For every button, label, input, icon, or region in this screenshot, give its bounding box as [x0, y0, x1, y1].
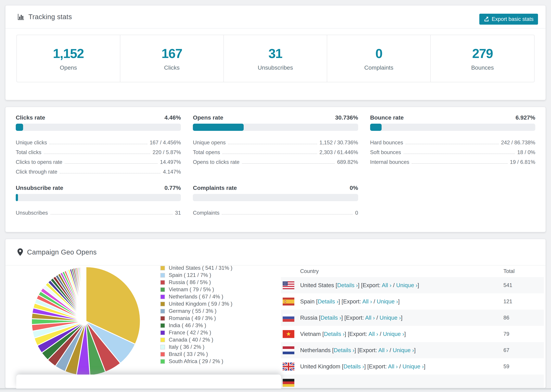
details-link[interactable]: Details › — [320, 315, 341, 321]
details-link[interactable]: Details › — [334, 347, 354, 353]
export-all-link[interactable]: All › — [362, 298, 372, 305]
rate-section-complaints-rate: Complaints rate0%Complaints0 — [193, 185, 358, 216]
details-link[interactable]: Details › — [318, 298, 339, 305]
export-basic-stats-button[interactable]: Export basic stats — [479, 14, 538, 25]
campaign-geo-opens-title: Campaign Geo Opens — [27, 248, 97, 256]
export-all-link[interactable]: All › — [382, 282, 391, 288]
dotted-leader — [228, 144, 317, 144]
legend-item[interactable]: Spain ( 121 / 7% ) — [160, 272, 232, 279]
legend-label: Italy ( 36 / 2% ) — [169, 344, 204, 350]
legend-item[interactable]: Canada ( 40 / 2% ) — [160, 336, 232, 343]
flag-es — [283, 298, 294, 305]
legend-item[interactable]: Germany ( 55 / 3% ) — [160, 308, 232, 315]
rate-percent-value: 0.77% — [164, 185, 181, 191]
export-unique-link[interactable]: Unique › — [393, 347, 414, 353]
rate-detail-label: Click through rate — [16, 169, 57, 175]
geo-opens-pie-chart — [28, 263, 144, 379]
export-unique-link[interactable]: Unique › — [383, 331, 404, 337]
country-cell: United Kingdom [Details ›] [Export: All … — [300, 363, 425, 370]
rate-section-clicks-rate: Clicks rate4.46%Unique clicks167 / 4.456… — [16, 114, 181, 175]
tracking-stats-title: Tracking stats — [28, 13, 72, 21]
details-link[interactable]: Details › — [324, 331, 345, 337]
rate-detail-value: 167 / 4.456% — [150, 140, 181, 146]
details-link[interactable]: Details › — [343, 363, 364, 370]
rate-detail-row: Clicks to opens rate14.497% — [16, 155, 181, 165]
stat-label: Unsubscribes — [258, 64, 293, 71]
rate-detail-label: Unique opens — [193, 140, 226, 146]
rate-percent-value: 30.736% — [335, 114, 358, 121]
rate-detail-row: Complaints0 — [193, 206, 358, 216]
rate-detail-label: Hard bounces — [370, 140, 403, 146]
export-unique-link[interactable]: Unique › — [380, 315, 401, 321]
row-total-value: 86 — [503, 315, 509, 321]
dotted-leader — [406, 144, 499, 144]
legend-item[interactable]: United Kingdom ( 59 / 3% ) — [160, 300, 232, 308]
rate-title: Clicks rate — [16, 114, 45, 121]
export-unique-link[interactable]: Unique › — [403, 363, 424, 370]
pie-slice — [86, 267, 86, 321]
legend-item[interactable]: Netherlands ( 67 / 4% ) — [160, 293, 232, 300]
legend-label: France ( 42 / 2% ) — [169, 329, 211, 336]
table-row: Vietnam [Details ›] [Export: All › / Uni… — [281, 326, 544, 342]
rate-detail-row: Internal bounces19 / 6.81% — [370, 155, 535, 165]
rate-detail-value: 0 — [355, 210, 358, 216]
progress-track — [16, 124, 181, 131]
dotted-leader — [44, 154, 150, 154]
rate-detail-row: Click through rate4.147% — [16, 165, 181, 175]
export-all-link[interactable]: All › — [368, 331, 378, 337]
row-total-value: 541 — [503, 282, 512, 288]
rate-detail-value: 31 — [175, 210, 181, 216]
stats-summary: 1,152Opens167Clicks31Unsubscribes0Compla… — [16, 35, 535, 82]
geo-opens-table: Country Total United States [Details ›] … — [281, 266, 544, 388]
rate-detail-label: Clicks to opens rate — [16, 159, 62, 165]
rate-detail-label: Opens to clicks rate — [193, 159, 239, 165]
table-row: Netherlands [Details ›] [Export: All › /… — [281, 342, 544, 358]
dotted-leader — [403, 154, 515, 154]
stat-value: 167 — [162, 46, 182, 61]
export-unique-link[interactable]: Unique › — [377, 298, 398, 305]
legend-label: United States ( 541 / 31% ) — [169, 265, 232, 271]
geo-table-header: Country Total — [281, 266, 544, 277]
rate-detail-value: 18 / 0% — [517, 149, 535, 155]
rate-section-unsubscribe-rate: Unsubscribe rate0.77%Unsubscribes31 — [16, 185, 181, 216]
page-background-strip — [0, 388, 551, 392]
details-link[interactable]: Details › — [337, 282, 358, 288]
dotted-leader — [50, 214, 173, 215]
legend-swatch — [160, 359, 165, 364]
legend-swatch — [160, 287, 165, 292]
legend-item[interactable]: Romania ( 49 / 3% ) — [160, 315, 232, 322]
legend-item[interactable]: Russia ( 86 / 5% ) — [160, 279, 232, 286]
export-all-link[interactable]: All › — [388, 363, 398, 370]
legend-item[interactable]: France ( 42 / 2% ) — [160, 329, 232, 336]
rate-detail-row: Unique opens1,152 / 30.736% — [193, 136, 358, 146]
legend-swatch — [160, 302, 165, 306]
export-button-label: Export basic stats — [492, 16, 534, 22]
stat-value: 279 — [472, 46, 493, 61]
rate-detail-row: Soft bounces18 / 0% — [370, 146, 535, 155]
stat-value: 31 — [268, 46, 282, 61]
legend-item[interactable]: United States ( 541 / 31% ) — [160, 264, 232, 272]
legend-swatch — [160, 309, 165, 314]
export-all-link[interactable]: All › — [378, 347, 388, 353]
legend-item[interactable]: Italy ( 36 / 2% ) — [160, 343, 232, 351]
export-unique-link[interactable]: Unique › — [396, 282, 417, 288]
stat-cell: 31Unsubscribes — [224, 35, 327, 82]
legend-item[interactable]: South Africa ( 29 / 2% ) — [160, 358, 232, 365]
country-name: Vietnam [ — [300, 331, 324, 337]
country-cell: Vietnam [Details ›] [Export: All › / Uni… — [300, 331, 406, 337]
legend-item[interactable]: India ( 46 / 3% ) — [160, 322, 232, 329]
legend-item[interactable]: Vietnam ( 79 / 5% ) — [160, 286, 232, 293]
dotted-leader — [65, 163, 158, 164]
dotted-leader — [222, 154, 317, 154]
rate-detail-label: Complaints — [193, 210, 219, 216]
flag-ru — [283, 314, 294, 322]
export-icon — [484, 16, 489, 22]
rates-grid: Clicks rate4.46%Unique clicks167 / 4.456… — [16, 114, 535, 216]
rate-detail-value: 242 / 86.738% — [501, 140, 535, 146]
legend-label: Canada ( 40 / 2% ) — [169, 337, 213, 343]
legend-item[interactable]: Brazil ( 33 / 2% ) — [160, 351, 232, 358]
rate-section-opens-rate: Opens rate30.736%Unique opens1,152 / 30.… — [193, 114, 358, 175]
geo-table-header-country: Country — [300, 268, 319, 274]
export-all-link[interactable]: All › — [365, 315, 375, 321]
rate-detail-row: Opens to clicks rate689.82% — [193, 155, 358, 165]
